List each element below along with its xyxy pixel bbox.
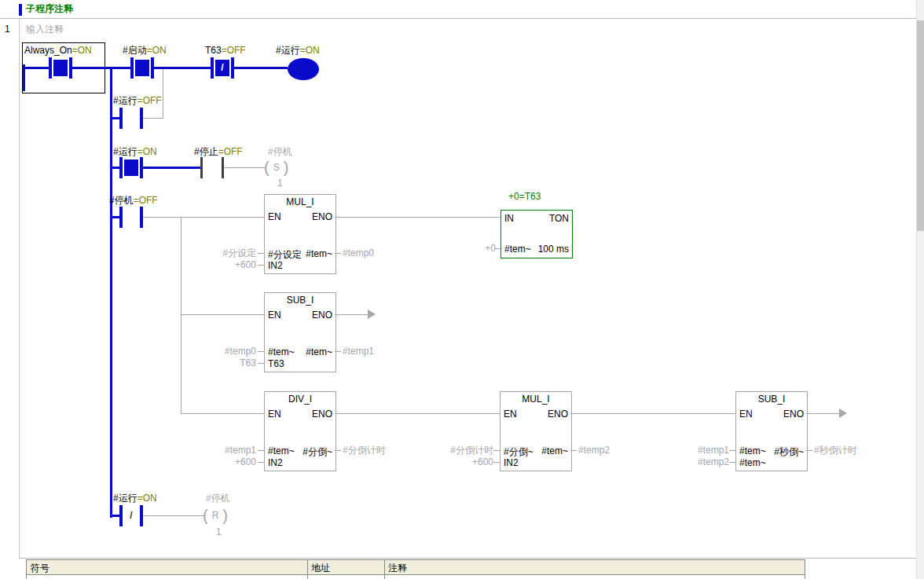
pin-in1[interactable]: #tem~ [739,445,766,456]
operand-in1[interactable]: #temp1 [673,445,729,456]
operand-name: Always_On [24,45,72,56]
operand-in1[interactable]: #temp0 [203,346,256,357]
pin-en: EN [504,409,517,420]
wire [112,167,119,169]
pin-eno: ENO [783,409,804,420]
pin-in2[interactable]: T63 [268,358,284,369]
contact-label-halt[interactable]: #停机=OFF [109,195,158,206]
pin-en: EN [739,409,753,420]
contact-always-on[interactable] [49,57,72,79]
wire [224,167,266,168]
pin-out[interactable]: #分倒~ [302,445,332,459]
pin-in1[interactable]: #tem~ [268,445,295,456]
column-header-address: 地址 [311,562,330,575]
operand-name: #停止 [194,146,218,157]
block-ton-t63[interactable]: IN TON #tem~ 100 ms [500,210,573,258]
operand-in2[interactable]: +600 [454,456,493,467]
pin-in2[interactable]: IN2 [268,457,283,468]
wire [234,67,288,69]
wire [806,413,841,414]
operand-in1[interactable]: #分倒计时 [435,445,493,456]
contact-label-always-on[interactable]: Always_On=ON [24,45,92,56]
operand-in2[interactable]: T63 [218,357,256,368]
operand-in1[interactable]: #分设定 [203,247,256,258]
coil-function: R [212,510,219,521]
block-sub-1[interactable]: SUB_I EN ENO #tem~ T63 #tem~ [264,292,336,372]
pane-splitter[interactable] [19,558,916,559]
contact-t63-nc[interactable]: / [211,57,234,79]
pin-stub [729,462,735,463]
contact-label-stop[interactable]: #停止=OFF [194,146,243,157]
operand-in1[interactable]: #temp1 [203,445,256,456]
block-div-1[interactable]: DIV_I EN ENO #tem~ IN2 #分倒~ [264,391,336,471]
column-divider[interactable] [307,560,308,579]
nc-slash: / [124,508,138,524]
pin-in2[interactable]: IN2 [268,260,283,271]
pin-out[interactable]: #tem~ [306,346,332,357]
contact-label-start[interactable]: #启动=ON [123,45,167,56]
pin-out[interactable]: #tem~ [306,248,332,259]
column-divider[interactable] [384,560,385,579]
operand-out[interactable]: #temp0 [343,247,374,258]
operand-out[interactable]: #分倒计时 [343,445,386,456]
operand-out[interactable]: #temp2 [578,445,610,456]
operand-value: =ON [147,45,167,56]
subroutine-comment-title[interactable]: 子程序注释 [26,3,73,14]
pin-in2[interactable]: IN2 [504,457,519,468]
coil-label-halt[interactable]: #停机 [268,146,292,157]
operand-value: =OFF [134,195,158,206]
pin-pt[interactable]: #tem~ [504,244,531,255]
pin-out[interactable]: #tem~ [541,445,568,456]
block-mul-1[interactable]: MUL_I EN ENO #分设定 IN2 #tem~ [264,194,336,274]
contact-run-parallel[interactable] [119,108,143,129]
header-divider [0,18,916,19]
column-header-comment: 注释 [388,562,407,575]
pin-in1[interactable]: #tem~ [268,346,295,357]
contact-state-fill [124,159,138,176]
operand-name: #运行 [113,95,138,106]
coil-set-halt[interactable]: (S) [264,158,288,177]
wire [570,413,735,414]
contact-bar [211,57,214,79]
coil-function: S [273,162,280,173]
operand-pt[interactable]: +0 [470,243,496,254]
contact-halt[interactable] [119,207,143,228]
coil-label-run[interactable]: #运行=ON [276,45,320,56]
contact-bar [119,157,123,178]
contact-label-run-parallel[interactable]: #运行=OFF [113,95,162,106]
contact-bar [130,57,134,79]
contact-stop[interactable] [200,157,224,178]
network-comment[interactable]: 输入注释 [26,24,64,35]
pin-stub [258,265,264,266]
network-margin-line [19,19,20,559]
block-sub-2[interactable]: SUB_I EN ENO #tem~ #tem~ #秒倒~ [735,391,808,471]
wire [143,118,163,119]
contact-run-2[interactable] [119,157,143,178]
operand-in2[interactable]: #temp2 [673,456,729,467]
operand-in2[interactable]: +600 [218,259,256,270]
contact-state-fill [135,60,149,76]
pin-out[interactable]: #秒倒~ [774,445,804,459]
wire [143,515,206,516]
contact-bar [119,505,123,526]
operand-out[interactable]: #秒倒计时 [814,445,857,456]
pin-in2[interactable]: #tem~ [739,457,766,468]
coil-paren: ) [284,159,289,175]
coil-label-halt-reset[interactable]: #停机 [206,493,230,504]
block-mul-2[interactable]: MUL_I EN ENO #分倒~ IN2 #tem~ [500,391,572,471]
contact-bar [49,57,52,79]
contact-bar [119,207,123,228]
coil-reset-halt[interactable]: (R) [203,506,228,525]
operand-in2[interactable]: +600 [218,456,256,467]
coil-run[interactable] [288,58,319,80]
contact-run-nc[interactable]: / [119,505,143,526]
operand-out[interactable]: #temp1 [343,346,374,357]
contact-label-run-2[interactable]: #运行=ON [113,146,157,157]
contact-label-t63[interactable]: T63=OFF [205,45,246,56]
operand-value: =OFF [218,146,243,157]
operand-name: #运行 [276,45,300,56]
contact-label-run-nc[interactable]: #运行=ON [113,493,157,504]
scrollbar-thumb[interactable] [917,20,924,231]
contact-start[interactable] [130,57,154,79]
wire [112,515,119,517]
